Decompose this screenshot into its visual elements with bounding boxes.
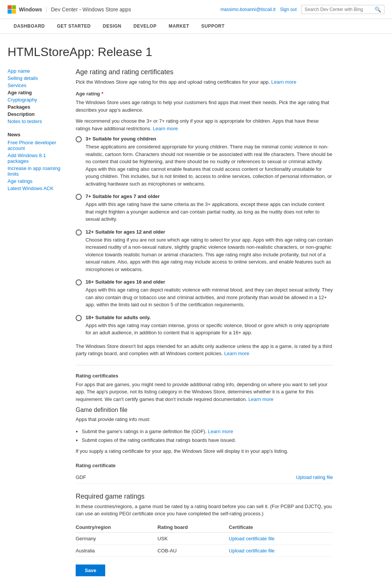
table-row: AustraliaCOB-AUUpload certificate file: [76, 544, 333, 557]
sidebar-news-packages[interactable]: Add Windows 8.1 packages: [8, 153, 68, 164]
learn-more-intro[interactable]: Learn more: [271, 79, 296, 85]
sidebar-news-roaming[interactable]: Increase in app roaming limits: [8, 165, 68, 177]
if-supply: If you supply a rating certificate for y…: [76, 448, 333, 455]
sidebar-item-packages[interactable]: Packages: [8, 104, 68, 110]
radio-option-12plus: 12+ Suitable for ages 12 and older Choos…: [76, 229, 333, 273]
save-button[interactable]: Save: [76, 565, 105, 576]
cell-country: Australia: [76, 544, 157, 557]
radio-7plus-desc: Apps with this age rating have the same …: [86, 201, 333, 223]
sidebar-app-section: App name Selling details Services Age ra…: [8, 68, 68, 124]
game-def-intro: Apps that provide rating info must:: [76, 416, 333, 423]
table-row: GermanyUSKUpload certificate file: [76, 532, 333, 544]
cell-cert: Upload certificate file: [229, 532, 333, 544]
age-rating-label: Age rating *: [76, 91, 333, 97]
cell-board: USK: [157, 532, 229, 544]
section-intro: Pick the Windows Store age rating for th…: [76, 79, 333, 85]
search-box: 🔍: [301, 5, 384, 14]
learn-more-cert[interactable]: Learn more: [248, 396, 273, 402]
required-star: *: [101, 91, 103, 97]
radio-16plus-content: 16+ Suitable for ages 16 and older Apps …: [86, 279, 333, 309]
nav-get-started[interactable]: GET STARTED: [51, 19, 97, 33]
radio-18plus[interactable]: [76, 315, 82, 321]
sidebar: App name Selling details Services Age ra…: [8, 68, 68, 576]
game-def-title: Game definition file: [76, 407, 333, 413]
radio-option-3plus: 3+ Suitable for young children These app…: [76, 136, 333, 187]
rating-cert-label: Rating certificate: [76, 463, 333, 468]
upload-cert-link-0[interactable]: Upload certificate file: [229, 536, 275, 541]
game-def-bullets: Submit the game's ratings in a game defi…: [82, 427, 333, 445]
sidebar-item-app-name[interactable]: App name: [8, 68, 68, 74]
radio-12plus[interactable]: [76, 229, 82, 235]
required-game-desc: In these countries/regions, a game must …: [76, 503, 333, 518]
cell-cert: Upload certificate file: [229, 544, 333, 557]
nav-design[interactable]: DESIGN: [97, 19, 128, 33]
col-board: Rating board: [157, 522, 229, 533]
content-layout: App name Selling details Services Age ra…: [8, 68, 384, 576]
section-title: Age rating and rating certificates: [76, 68, 333, 76]
radio-3plus[interactable]: [76, 136, 82, 142]
cert-table: Country/region Rating board Certificate …: [76, 522, 333, 557]
page-title: HTMLStoreApp: Release 1: [8, 45, 384, 59]
radio-18plus-desc: Apps with this age rating may contain in…: [86, 322, 333, 337]
radio-16plus[interactable]: [76, 279, 82, 285]
radio-7plus-title: 7+ Suitable for ages 7 and older: [86, 193, 333, 199]
top-bar-right: massimo.bonanni@tiscali.it Sign out 🔍: [220, 5, 384, 14]
site-title: Windows | Dev Center - Windows Store app…: [19, 6, 131, 12]
radio-16plus-title: 16+ Suitable for ages 16 and older: [86, 279, 333, 285]
cell-country: Germany: [76, 532, 157, 544]
radio-7plus-content: 7+ Suitable for ages 7 and older Apps wi…: [86, 193, 333, 223]
required-game-title: Required game ratings: [76, 493, 333, 501]
site-branding: Windows | Dev Center - Windows Store app…: [8, 5, 131, 14]
learn-more-warning[interactable]: Learn more: [153, 126, 178, 131]
radio-3plus-desc: These applications are considered approp…: [86, 143, 333, 187]
table-header-row: Country/region Rating board Certificate: [76, 522, 333, 533]
search-input[interactable]: [305, 7, 375, 12]
sidebar-item-age-rating[interactable]: Age rating: [8, 90, 68, 95]
sidebar-news-phone[interactable]: Free Phone developer account: [8, 140, 68, 151]
sign-out-link[interactable]: Sign out: [280, 7, 297, 12]
gdf-row: GDF Upload rating file: [76, 471, 333, 483]
radio-option-16plus: 16+ Suitable for ages 16 and older Apps …: [76, 279, 333, 309]
radio-3plus-content: 3+ Suitable for young children These app…: [86, 136, 333, 187]
bullet-2: Submit copies of the rating certificates…: [82, 436, 333, 444]
nav-market[interactable]: MARKET: [163, 19, 195, 33]
sidebar-item-notes[interactable]: Notes to testers: [8, 119, 68, 124]
upload-cert-link-1[interactable]: Upload certificate file: [229, 548, 275, 554]
sidebar-news-age-ratings[interactable]: Age ratings: [8, 178, 68, 184]
radio-option-7plus: 7+ Suitable for ages 7 and older Apps wi…: [76, 193, 333, 223]
rating-cert-heading: Rating certificates: [76, 373, 333, 379]
age-rating-warning: We recommend you choose the 3+ or 7+ rat…: [76, 117, 333, 132]
upload-rating-link[interactable]: Upload rating file: [296, 474, 333, 480]
radio-12plus-title: 12+ Suitable for ages 12 and older: [86, 229, 333, 235]
adult-notice: The Windows Store doesn't list apps inte…: [76, 343, 333, 357]
nav-bar: DASHBOARD GET STARTED DESIGN DEVELOP MAR…: [0, 19, 392, 34]
nav-dashboard[interactable]: DASHBOARD: [8, 19, 51, 33]
top-bar: Windows | Dev Center - Windows Store app…: [0, 0, 392, 19]
age-rating-desc1: The Windows Store uses age ratings to he…: [76, 99, 333, 114]
gdf-label: GDF: [76, 474, 86, 480]
page-container: HTMLStoreApp: Release 1 App name Selling…: [0, 34, 392, 577]
sidebar-item-description[interactable]: Description: [8, 111, 68, 117]
save-section: Save: [76, 557, 333, 576]
learn-more-adult[interactable]: Learn more: [224, 351, 249, 356]
sidebar-news-ack[interactable]: Latest Windows ACK: [8, 186, 68, 191]
cell-board: COB-AU: [157, 544, 229, 557]
sidebar-item-cryptography[interactable]: Cryptography: [8, 97, 68, 103]
rating-cert-desc: For apps that are games, you might need …: [76, 381, 333, 403]
windows-logo-icon: [8, 5, 16, 14]
bullet-1-learn-more[interactable]: Learn more: [208, 429, 233, 434]
sidebar-news-section: News Free Phone developer account Add Wi…: [8, 132, 68, 191]
nav-develop[interactable]: DEVELOP: [128, 19, 163, 33]
sidebar-item-selling-details[interactable]: Selling details: [8, 75, 68, 81]
sidebar-item-services[interactable]: Services: [8, 83, 68, 88]
sidebar-news-heading: News: [8, 132, 68, 137]
main-content: Age rating and rating certificates Pick …: [76, 68, 333, 576]
divider-1: [76, 365, 333, 365]
nav-support[interactable]: SUPPORT: [195, 19, 231, 33]
radio-3plus-title: 3+ Suitable for young children: [86, 136, 333, 142]
radio-12plus-desc: Choose this rating if you are not sure w…: [86, 236, 333, 273]
radio-7plus[interactable]: [76, 194, 82, 200]
radio-16plus-desc: Apps with this age rating can depict rea…: [86, 286, 333, 309]
radio-option-18plus: 18+ Suitable for adults only. Apps with …: [76, 315, 333, 337]
radio-18plus-content: 18+ Suitable for adults only. Apps with …: [86, 315, 333, 337]
